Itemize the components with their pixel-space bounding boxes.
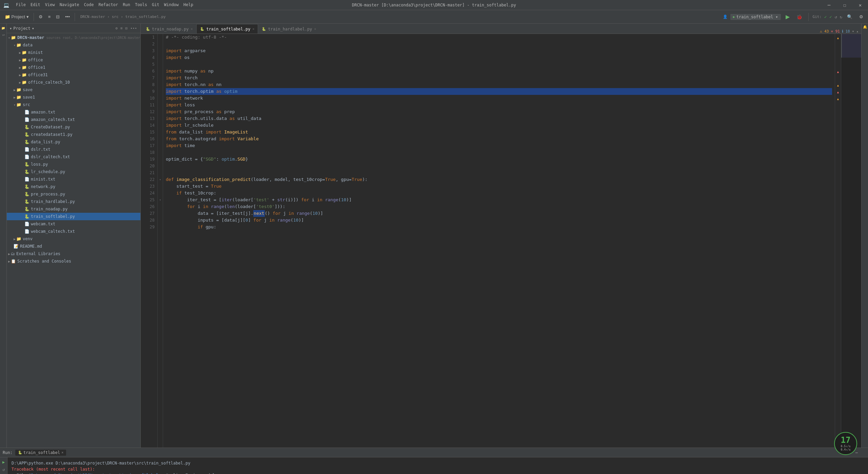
readme-icon: 📝 [14, 244, 19, 249]
menu-refactor[interactable]: Refactor [98, 2, 118, 8]
layout-icon[interactable]: ≡ [120, 25, 123, 31]
tree-item-lr-schedule-py[interactable]: 🐍 lr_schedule.py [7, 168, 140, 176]
run-active-tab[interactable]: 🐍 train_softlabel × [15, 450, 66, 456]
tree-item-train-softlabel-py[interactable]: 🐍 train_softlabel.py [7, 213, 140, 220]
tree-item-network-py[interactable]: 🐍 network.py [7, 183, 140, 190]
tree-item-amazon-txt[interactable]: 📄 amazon.txt [7, 108, 140, 116]
tree-item-dslr-caltech-txt[interactable]: 📄 dslr_caltech.txt [7, 153, 140, 161]
train-noadap-py-label: train_noadap.py [31, 207, 67, 211]
tree-item-train-noadap-py[interactable]: 🐍 train_noadap.py [7, 205, 140, 213]
tree-item-office[interactable]: ▶ 📁 office [7, 56, 140, 64]
search-button[interactable]: 🔍 [845, 13, 854, 21]
tree-item-webcam-caltech-txt[interactable]: 📄 webcam_caltech.txt [7, 228, 140, 235]
code-editor[interactable]: # -*- coding: utf-8 -*- import argparse … [163, 34, 835, 448]
tree-item-readme[interactable]: 📝 README.md [7, 243, 140, 250]
menu-run[interactable]: Run [123, 2, 130, 8]
tree-item-venv[interactable]: ▶ 📁 venv [7, 235, 140, 243]
tree-item-save[interactable]: ▶ 📁 save [7, 86, 140, 94]
tree-item-amazon-caltech-txt[interactable]: 📄 amazon_caltech.txt [7, 116, 140, 123]
minimize-button[interactable]: ─ [821, 0, 837, 10]
close-button[interactable]: ✕ [852, 0, 868, 10]
tree-item-train-hardlabel-py[interactable]: 🐍 train_hardlabel.py [7, 198, 140, 205]
tab-train-noadap[interactable]: 🐍 train_noadap.py × [142, 24, 196, 34]
run-button[interactable]: ▶ [784, 12, 792, 21]
code-line-28: inputs = [data[j][0] for j in range(10)] [166, 217, 832, 224]
tree-item-office1[interactable]: ▶ 📁 office1 [7, 64, 140, 71]
fold-22[interactable]: ▾ [158, 176, 163, 183]
fold-29 [158, 224, 163, 230]
tree-item-save1[interactable]: ▶ 📁 save1 [7, 94, 140, 101]
menu-bar[interactable]: 💻 File Edit View Navigate Code Refactor … [3, 2, 193, 8]
run-play-button[interactable]: ▶ [1, 459, 6, 466]
tab-close-3[interactable]: × [314, 27, 316, 31]
tree-root[interactable]: ▾ 📁 DRCN-master sources root, D:\anacond… [7, 34, 140, 41]
minist-label: minist [28, 50, 43, 55]
fold-25[interactable]: ▾ [158, 197, 163, 203]
tree-item-pre-process-py[interactable]: 🐍 pre_process.py [7, 190, 140, 198]
run-config-dropdown[interactable]: ▶ train_softlabel ▾ [730, 14, 781, 20]
tree-item-office-caltech[interactable]: ▶ 📁 office_caltech_10 [7, 79, 140, 86]
menu-window[interactable]: Window [164, 2, 179, 8]
fold-23 [158, 183, 163, 190]
file-tree: ▾ 📁 DRCN-master sources root, D:\anacond… [7, 33, 140, 448]
toolbar-split[interactable]: ⊟ [54, 13, 62, 21]
tree-item-createdataset1-py[interactable]: 🐍 createdataset1.py [7, 131, 140, 138]
app-icon[interactable]: 💻 [3, 2, 9, 8]
tree-item-webcam-txt[interactable]: 📄 webcam.txt [7, 220, 140, 228]
menu-file[interactable]: File [16, 2, 26, 8]
tab-close-2[interactable]: × [252, 27, 254, 31]
git-redo[interactable]: ↻ [840, 15, 842, 19]
project-dropdown[interactable]: 📁 Project ▾ [3, 13, 31, 21]
collapse-icon[interactable]: ⊟ [125, 25, 129, 31]
tab-close-1[interactable]: × [191, 27, 193, 31]
tree-item-minist-txt[interactable]: 📄 minist.txt [7, 176, 140, 183]
tree-item-dslr-txt[interactable]: 📄 dslr.txt [7, 146, 140, 153]
tab-train-softlabel[interactable]: 🐍 train_softlabel.py × [196, 24, 258, 34]
menu-help[interactable]: Help [183, 2, 193, 8]
git-undo[interactable]: ↺ [835, 15, 837, 19]
close-panel-icon[interactable]: ••• [130, 25, 138, 31]
run-cmd-line: D:\APP\python.exe D:\anaconda3\project\D… [12, 460, 864, 466]
menu-tools[interactable]: Tools [135, 2, 147, 8]
speed-1: 0.5↑/s [841, 445, 851, 448]
tree-item-data[interactable]: ▾ 📁 data [7, 41, 140, 49]
maximize-button[interactable]: ☐ [837, 0, 852, 10]
menu-git[interactable]: Git [152, 2, 159, 8]
settings-button[interactable]: ⚙ [857, 13, 865, 21]
project-icon[interactable]: 📁 [0, 25, 6, 31]
notifications-icon[interactable]: 🔔 [863, 25, 867, 29]
menu-navigate[interactable]: Navigate [60, 2, 79, 8]
menu-edit[interactable]: Edit [31, 2, 40, 8]
tree-item-src[interactable]: ▾ 📁 src [7, 101, 140, 108]
tree-item-createdataset-py[interactable]: 🐍 CreateDataset.py [7, 123, 140, 131]
src-folder-icon: 📁 [16, 102, 21, 107]
tree-item-external-libs[interactable]: ▶ 🗂 External Libraries [7, 250, 140, 257]
toolbar-separator-1 [34, 13, 34, 21]
badge-expand[interactable]: ▾ [852, 29, 854, 34]
fold-17 [158, 142, 163, 149]
badge-collapse[interactable]: ▴ [856, 29, 859, 34]
tab-train-hardlabel[interactable]: 🐍 train_hardlabel.py × [258, 24, 320, 34]
toolbar-more[interactable]: ••• [63, 13, 72, 21]
tree-item-loss-py[interactable]: 🐍 loss.py [7, 161, 140, 168]
project-title[interactable]: ▾ Project ▾ [9, 26, 34, 31]
window-controls[interactable]: ─ ☐ ✕ [821, 0, 868, 10]
menu-code[interactable]: Code [84, 2, 94, 8]
tree-item-office31[interactable]: ▶ 📁 office31 [7, 71, 140, 79]
toolbar-layout[interactable]: ≡ [46, 13, 53, 21]
tree-item-data-list-py[interactable]: 🐍 data_list.py [7, 138, 140, 146]
user-icon[interactable]: 👤 [723, 15, 728, 19]
run-tab-close[interactable]: × [61, 451, 63, 454]
toolbar-settings[interactable]: ⚙ [37, 13, 45, 21]
structure-icon[interactable]: S [0, 32, 6, 38]
run-restart-button[interactable]: ↺ [1, 466, 6, 473]
gear-icon[interactable]: ⚙ [115, 25, 118, 31]
debug-button[interactable]: 🐞 [794, 13, 804, 21]
tree-item-minist[interactable]: ▶ 📁 minist [7, 49, 140, 56]
minimap-content [841, 34, 861, 448]
menu-view[interactable]: View [45, 2, 55, 8]
minimap[interactable] [841, 34, 861, 448]
tree-item-scratches[interactable]: ▶ 📋 Scratches and Consoles [7, 257, 140, 265]
createdataset-py-label: CreateDataset.py [31, 125, 70, 129]
ext-libs-arrow: ▶ [8, 252, 10, 256]
